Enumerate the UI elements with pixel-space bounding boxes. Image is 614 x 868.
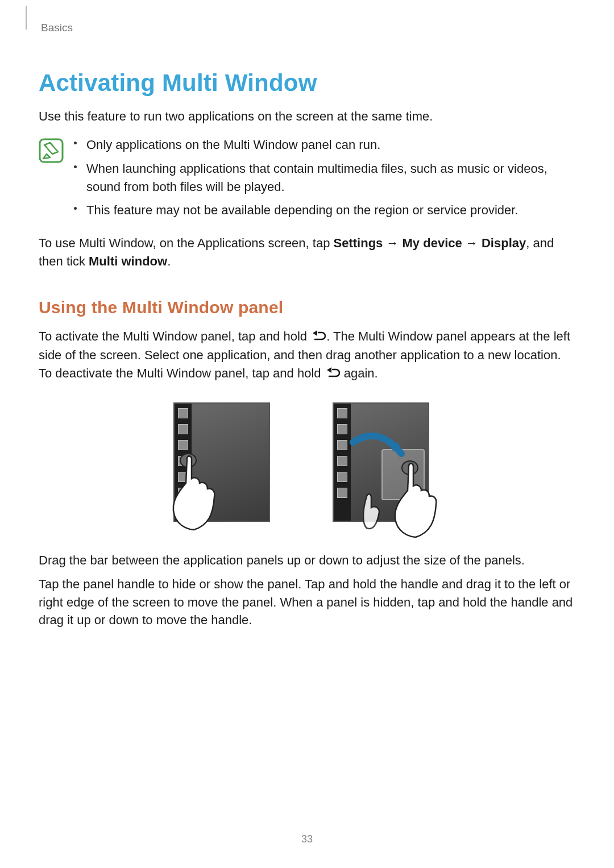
note-item: When launching applications that contain… [74, 160, 575, 196]
note-item: Only applications on the Multi Window pa… [74, 136, 575, 154]
subheading: Using the Multi Window panel [39, 298, 575, 317]
illustration-drag [333, 402, 441, 534]
page-number: 33 [0, 833, 614, 845]
activate-instructions: To activate the Multi Window panel, tap … [39, 327, 575, 383]
header-rule [26, 6, 27, 30]
hand-pointer-icon [363, 456, 443, 542]
note-text: When launching applications that contain… [86, 161, 547, 194]
section-label: Basics [41, 22, 575, 34]
text: again. [341, 366, 378, 380]
label-settings: Settings [334, 236, 383, 250]
note-block: Only applications on the Multi Window pa… [39, 136, 575, 226]
label-display: Display [482, 236, 526, 250]
note-text: This feature may not be available depend… [86, 203, 518, 217]
arrow: → [383, 236, 402, 250]
hand-pointer-icon [171, 451, 245, 537]
illustration-row [39, 402, 575, 534]
note-list: Only applications on the Multi Window pa… [74, 136, 575, 226]
label-mydevice: My device [403, 236, 462, 250]
back-icon [325, 367, 341, 379]
handle-text: Tap the panel handle to hide or show the… [39, 575, 575, 630]
note-text: Only applications on the Multi Window pa… [86, 138, 380, 152]
text: To activate the Multi Window panel, tap … [39, 329, 310, 343]
page-title: Activating Multi Window [39, 69, 575, 97]
text: To use Multi Window, on the Applications… [39, 236, 334, 250]
enable-instructions: To use Multi Window, on the Applications… [39, 234, 575, 271]
intro-text: Use this feature to run two applications… [39, 108, 575, 126]
drag-bar-text: Drag the bar between the application pan… [39, 551, 575, 570]
arrow: → [462, 236, 482, 250]
label-multiwindow: Multi window [89, 254, 167, 268]
note-item: This feature may not be available depend… [74, 201, 575, 219]
note-icon [39, 138, 64, 163]
illustration-select [173, 402, 281, 534]
text: . [167, 254, 171, 268]
back-icon [310, 330, 326, 342]
